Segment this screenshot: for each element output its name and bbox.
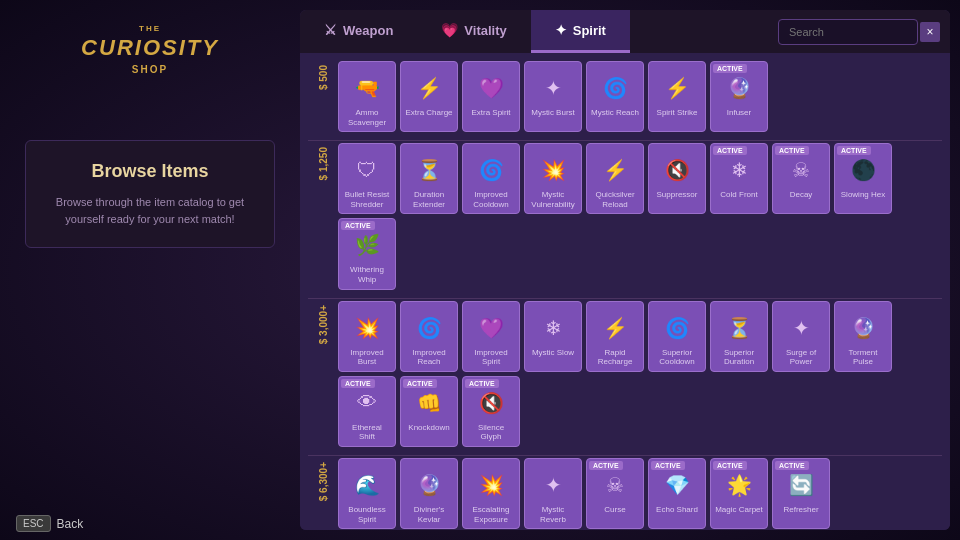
improved-cooldown-icon: 🌀 (473, 152, 509, 188)
right-panel: ⚔ Weapon 💗 Vitality ✦ Spirit × $ 500 (300, 10, 950, 530)
cold-front-active-badge: ACTIVE (713, 146, 747, 155)
extra-charge-icon: ⚡ (411, 70, 447, 106)
knockdown-name: Knockdown (408, 423, 449, 433)
tier-6300-row: $ 6,300+ 🌊 Boundless Spirit 🔮 Diviner's … (308, 458, 942, 529)
tab-spirit[interactable]: ✦ Spirit (531, 10, 630, 53)
tier-500-label: $ 500 (308, 61, 338, 94)
superior-cooldown-icon: 🌀 (659, 310, 695, 346)
item-bullet-resist[interactable]: 🛡 Bullet Resist Shredder (338, 143, 396, 214)
item-curse[interactable]: ACTIVE ☠ Curse (586, 458, 644, 529)
item-superior-duration[interactable]: ⏳ Superior Duration (710, 301, 768, 372)
item-ammo-scavenger[interactable]: 🔫 Ammo Scavenger (338, 61, 396, 132)
duration-extender-name: Duration Extender (405, 190, 453, 209)
item-magic-carpet[interactable]: ACTIVE 🌟 Magic Carpet (710, 458, 768, 529)
improved-cooldown-name: Improved Cooldown (467, 190, 515, 209)
item-extra-charge[interactable]: ⚡ Extra Charge (400, 61, 458, 132)
search-input[interactable] (778, 19, 918, 45)
item-ethereal-shift[interactable]: ACTIVE 👁 Ethereal Shift (338, 376, 396, 447)
rapid-recharge-name: Rapid Recharge (591, 348, 639, 367)
item-mystic-slow[interactable]: ❄ Mystic Slow (524, 301, 582, 372)
item-withering-whip[interactable]: ACTIVE 🌿 Withering Whip (338, 218, 396, 289)
item-echo-shard[interactable]: ACTIVE 💎 Echo Shard (648, 458, 706, 529)
item-improved-reach[interactable]: 🌀 Improved Reach (400, 301, 458, 372)
weapon-icon: ⚔ (324, 22, 337, 38)
suppressor-name: Suppressor (657, 190, 698, 200)
item-infuser[interactable]: ACTIVE 🔮 Infuser (710, 61, 768, 132)
item-mystic-vulnerability[interactable]: 💥 Mystic Vulnerability (524, 143, 582, 214)
quicksilver-reload-name: Quicksilver Reload (591, 190, 639, 209)
item-suppressor[interactable]: 🔇 Suppressor (648, 143, 706, 214)
knockdown-icon: 👊 (411, 385, 447, 421)
echo-shard-name: Echo Shard (656, 505, 698, 515)
spirit-strike-name: Spirit Strike (657, 108, 698, 118)
item-diviners-kevlar[interactable]: 🔮 Diviner's Kevlar (400, 458, 458, 529)
esc-key: ESC (16, 515, 51, 532)
curse-icon: ☠ (597, 467, 633, 503)
mystic-reverb-name: Mystic Reverb (529, 505, 577, 524)
spirit-strike-icon: ⚡ (659, 70, 695, 106)
item-escalating-exposure[interactable]: 💥 Escalating Exposure (462, 458, 520, 529)
mystic-reach-icon: 🌀 (597, 70, 633, 106)
infuser-name: Infuser (727, 108, 751, 118)
logo: THE CURIOSITY SHOP (90, 20, 210, 80)
bottom-bar: ESC Back (0, 507, 99, 540)
item-extra-spirit[interactable]: 💜 Extra Spirit (462, 61, 520, 132)
withering-whip-icon: 🌿 (349, 227, 385, 263)
item-mystic-burst[interactable]: ✦ Mystic Burst (524, 61, 582, 132)
boundless-spirit-icon: 🌊 (349, 467, 385, 503)
mystic-slow-icon: ❄ (535, 310, 571, 346)
mystic-burst-name: Mystic Burst (531, 108, 575, 118)
divider-3 (308, 455, 942, 456)
slowing-hex-active-badge: ACTIVE (837, 146, 871, 155)
tab-vitality[interactable]: 💗 Vitality (417, 10, 530, 53)
item-mystic-reach[interactable]: 🌀 Mystic Reach (586, 61, 644, 132)
search-bar: × (778, 19, 940, 45)
echo-shard-active-badge: ACTIVE (651, 461, 685, 470)
bullet-resist-icon: 🛡 (349, 152, 385, 188)
diviners-kevlar-icon: 🔮 (411, 467, 447, 503)
item-improved-burst[interactable]: 💥 Improved Burst (338, 301, 396, 372)
item-cold-front[interactable]: ACTIVE ❄ Cold Front (710, 143, 768, 214)
divider-1 (308, 140, 942, 141)
superior-duration-icon: ⏳ (721, 310, 757, 346)
improved-burst-icon: 💥 (349, 310, 385, 346)
item-decay[interactable]: ACTIVE ☠ Decay (772, 143, 830, 214)
infuser-active-badge: ACTIVE (713, 64, 747, 73)
item-refresher[interactable]: ACTIVE 🔄 Refresher (772, 458, 830, 529)
silence-glyph-name: Silence Glyph (467, 423, 515, 442)
improved-reach-name: Improved Reach (405, 348, 453, 367)
ammo-scavenger-icon: 🔫 (349, 70, 385, 106)
item-slowing-hex[interactable]: ACTIVE 🌑 Slowing Hex (834, 143, 892, 214)
tab-weapon[interactable]: ⚔ Weapon (300, 10, 417, 53)
curse-name: Curse (604, 505, 625, 515)
superior-duration-name: Superior Duration (715, 348, 763, 367)
item-improved-cooldown[interactable]: 🌀 Improved Cooldown (462, 143, 520, 214)
item-superior-cooldown[interactable]: 🌀 Superior Cooldown (648, 301, 706, 372)
item-mystic-reverb[interactable]: ✦ Mystic Reverb (524, 458, 582, 529)
item-duration-extender[interactable]: ⏳ Duration Extender (400, 143, 458, 214)
item-knockdown[interactable]: ACTIVE 👊 Knockdown (400, 376, 458, 447)
item-spirit-strike[interactable]: ⚡ Spirit Strike (648, 61, 706, 132)
knockdown-active-badge: ACTIVE (403, 379, 437, 388)
extra-charge-name: Extra Charge (405, 108, 452, 118)
withering-whip-active-badge: ACTIVE (341, 221, 375, 230)
surge-of-power-name: Surge of Power (777, 348, 825, 367)
slowing-hex-icon: 🌑 (845, 152, 881, 188)
infuser-icon: 🔮 (721, 70, 757, 106)
item-improved-spirit[interactable]: 💜 Improved Spirit (462, 301, 520, 372)
ammo-scavenger-name: Ammo Scavenger (343, 108, 391, 127)
search-clear-button[interactable]: × (920, 22, 940, 42)
tier-1250-label: $ 1,250 (308, 143, 338, 184)
improved-spirit-name: Improved Spirit (467, 348, 515, 367)
ethereal-shift-icon: 👁 (349, 385, 385, 421)
improved-burst-name: Improved Burst (343, 348, 391, 367)
item-silence-glyph[interactable]: ACTIVE 🔇 Silence Glyph (462, 376, 520, 447)
item-quicksilver-reload[interactable]: ⚡ Quicksilver Reload (586, 143, 644, 214)
item-rapid-recharge[interactable]: ⚡ Rapid Recharge (586, 301, 644, 372)
item-boundless-spirit[interactable]: 🌊 Boundless Spirit (338, 458, 396, 529)
item-torment-pulse[interactable]: 🔮 Torment Pulse (834, 301, 892, 372)
spirit-icon: ✦ (555, 22, 567, 38)
items-container: $ 500 🔫 Ammo Scavenger ⚡ Extra Charge 💜 … (300, 53, 950, 530)
divider-2 (308, 298, 942, 299)
item-surge-of-power[interactable]: ✦ Surge of Power (772, 301, 830, 372)
